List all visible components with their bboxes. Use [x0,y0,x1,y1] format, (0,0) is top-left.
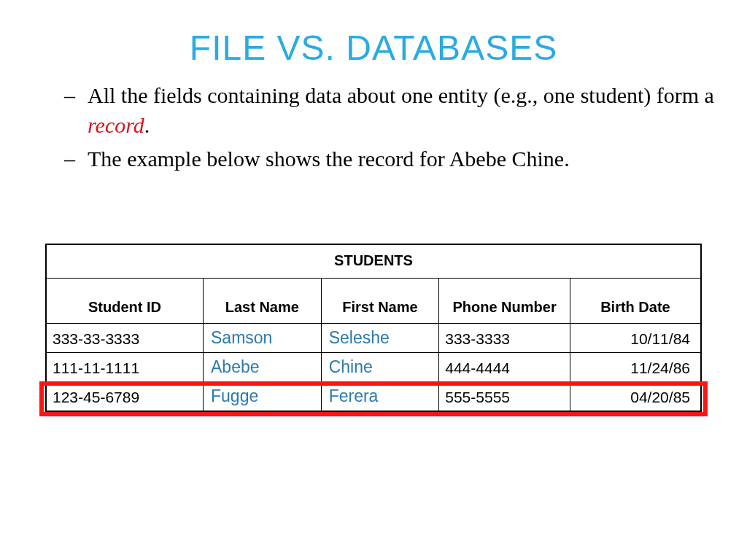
cell-birth-date: 04/20/85 [570,381,701,411]
cell-phone: 333-3333 [439,323,570,352]
cell-first-name: Seleshe [321,323,439,352]
col-header-phone: Phone Number [439,278,570,323]
bullet-text-post: . [144,113,150,137]
table-row: 111-11-1111 Abebe Chine 444-4444 11/24/8… [46,352,701,381]
cell-student-id: 333-33-3333 [46,323,204,352]
table-row: 123-45-6789 Fugge Ferera 555-5555 04/20/… [46,381,701,411]
col-header-last-name: Last Name [204,278,322,323]
bullet-text-em: record [88,113,144,137]
table-caption-row: STUDENTS [46,244,701,279]
bullet-item: All the fields containing data about one… [88,81,718,140]
bullet-item: The example below shows the record for A… [88,144,718,174]
slide-title: FILE VS. DATABASES [22,28,725,68]
bullet-text-pre: All the fields containing data about one… [88,83,714,107]
col-header-first-name: First Name [321,278,439,323]
table-header-row: Student ID Last Name First Name Phone Nu… [46,278,701,323]
cell-last-name: Fugge [204,381,322,411]
cell-last-name: Samson [204,323,322,352]
cell-last-name: Abebe [204,352,322,381]
col-header-student-id: Student ID [46,278,204,323]
cell-student-id: 123-45-6789 [46,381,204,411]
table-row: 333-33-3333 Samson Seleshe 333-3333 10/1… [46,323,701,352]
cell-birth-date: 10/11/84 [570,323,701,352]
col-header-birth-date: Birth Date [570,278,701,323]
cell-phone: 555-5555 [439,381,570,411]
cell-phone: 444-4444 [439,352,570,381]
slide: FILE VS. DATABASES All the fields contai… [0,0,747,427]
table-caption: STUDENTS [46,244,701,279]
table-container: STUDENTS Student ID Last Name First Name… [45,244,702,412]
students-table: STUDENTS Student ID Last Name First Name… [45,244,702,412]
cell-first-name: Chine [321,352,439,381]
cell-first-name: Ferera [321,381,439,411]
cell-birth-date: 11/24/86 [570,352,701,381]
bullet-text-pre: The example below shows the record for A… [88,147,570,171]
cell-student-id: 111-11-1111 [46,352,204,381]
bullet-list: All the fields containing data about one… [22,81,725,174]
